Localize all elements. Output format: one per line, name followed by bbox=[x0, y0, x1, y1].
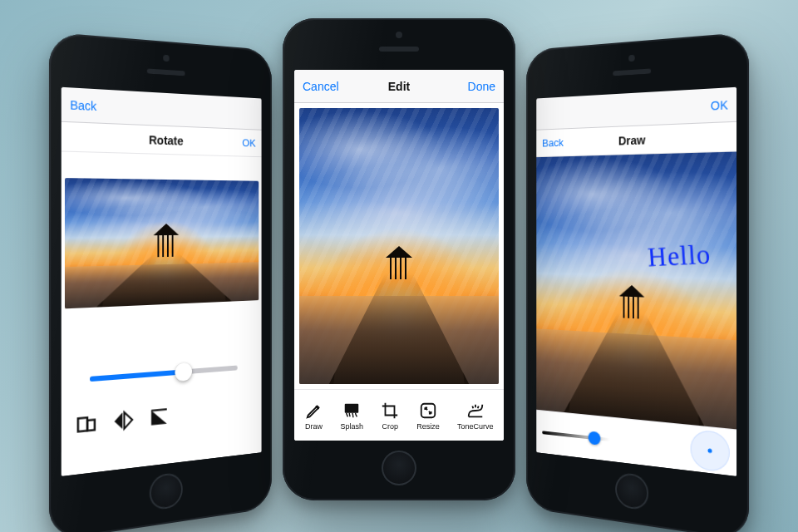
edit-content: Draw Splash Crop bbox=[294, 103, 504, 441]
flip-horizontal-icon[interactable] bbox=[112, 409, 134, 433]
svg-rect-1 bbox=[87, 420, 95, 431]
brush-toolbar bbox=[536, 410, 736, 476]
subheader-title: Draw bbox=[618, 133, 646, 147]
slider-knob[interactable] bbox=[589, 431, 601, 445]
done-button[interactable]: Done bbox=[454, 80, 495, 93]
cancel-button[interactable]: Cancel bbox=[303, 80, 344, 93]
brush-size-preview[interactable] bbox=[691, 429, 730, 473]
brush-hue-slider[interactable] bbox=[542, 431, 609, 441]
edit-image[interactable] bbox=[299, 108, 499, 384]
tool-splash[interactable]: Splash bbox=[341, 401, 364, 431]
tool-label: ToneCurve bbox=[457, 422, 494, 431]
splash-icon bbox=[342, 401, 361, 420]
subheader-title: Rotate bbox=[149, 133, 184, 147]
back-button[interactable]: Back bbox=[542, 136, 564, 149]
ok-button[interactable]: OK bbox=[686, 97, 728, 113]
phone-rotate: Back Rotate OK bbox=[49, 32, 272, 532]
tool-resize[interactable]: Resize bbox=[416, 401, 440, 431]
svg-rect-2 bbox=[345, 404, 359, 413]
crop-icon bbox=[381, 401, 399, 420]
draw-content: Hello bbox=[536, 151, 736, 476]
svg-rect-3 bbox=[421, 404, 436, 418]
screen-draw: OK Back Draw Hello bbox=[536, 87, 736, 476]
rotate-preview-image bbox=[65, 178, 259, 308]
phone-draw: OK Back Draw Hello bbox=[526, 32, 749, 532]
tool-label: Resize bbox=[416, 422, 440, 431]
nav-spacer bbox=[217, 112, 254, 114]
tool-crop[interactable]: Crop bbox=[381, 401, 399, 431]
rotate-content bbox=[62, 151, 262, 476]
navbar-edit: Cancel Edit Done bbox=[294, 70, 504, 103]
svg-rect-0 bbox=[78, 417, 87, 431]
tool-label: Splash bbox=[341, 422, 364, 431]
rotate-angle-slider[interactable] bbox=[90, 361, 237, 387]
screen-rotate: Back Rotate OK bbox=[62, 87, 262, 476]
tool-tonecurve[interactable]: ToneCurve bbox=[457, 401, 494, 431]
flip-diagonal-icon[interactable] bbox=[149, 406, 170, 430]
back-button[interactable]: Back bbox=[70, 97, 112, 113]
navbar-draw: OK bbox=[536, 87, 736, 131]
resize-icon bbox=[419, 401, 437, 420]
edit-toolbar: Draw Splash Crop bbox=[294, 389, 504, 441]
pencil-icon bbox=[305, 401, 323, 420]
navbar-rotate: Back bbox=[62, 87, 262, 131]
tool-label: Draw bbox=[305, 422, 323, 431]
phone-edit: Cancel Edit Done Draw bbox=[283, 18, 515, 500]
tool-draw[interactable]: Draw bbox=[305, 401, 323, 431]
nav-title: Edit bbox=[388, 80, 410, 93]
nav-spacer-left bbox=[544, 112, 581, 114]
draw-canvas[interactable]: Hello bbox=[536, 151, 736, 429]
screen-edit: Cancel Edit Done Draw bbox=[294, 70, 504, 441]
ok-button[interactable]: OK bbox=[242, 136, 256, 149]
tool-label: Crop bbox=[382, 422, 398, 431]
handwriting-text: Hello bbox=[647, 238, 712, 273]
rotate-box-icon[interactable] bbox=[75, 412, 97, 437]
tonecurve-icon bbox=[466, 401, 485, 420]
